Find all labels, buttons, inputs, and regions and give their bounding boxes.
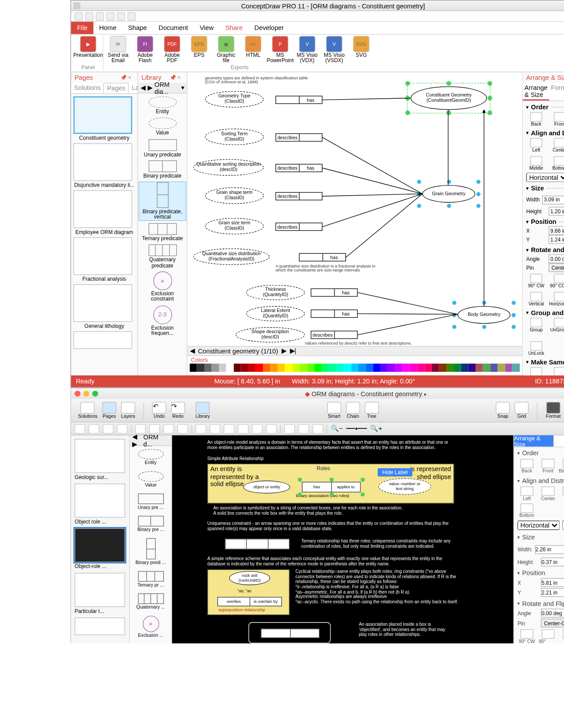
ent-shape-term[interactable]: Grain shape term (ClassID) (205, 187, 263, 204)
role-has[interactable]: has (311, 289, 358, 297)
page-thumb[interactable]: Disjunctive mandatory li... (74, 143, 135, 188)
tool-icon[interactable] (266, 424, 277, 433)
mlib-binary[interactable]: Binary pre ... (131, 516, 170, 532)
btn-tree[interactable]: Tree (362, 402, 381, 419)
input-y[interactable] (549, 235, 564, 244)
rp-tab-format[interactable]: Format (549, 83, 564, 100)
ent-thickness[interactable]: Thickness (QuantityID) (246, 285, 305, 301)
tool-icon[interactable] (210, 424, 220, 433)
mrt-format[interactable]: Format (554, 435, 564, 446)
adobe-pdf-button[interactable]: PDFAdobe PDF (160, 36, 185, 64)
input-height[interactable] (549, 207, 564, 215)
visio-vsdx-button[interactable]: VMS Visio (VSDX) (322, 36, 347, 64)
mlib-entity[interactable]: Entity (131, 449, 170, 465)
m-btn-front[interactable]: Front (538, 459, 557, 473)
tool-icon[interactable] (252, 424, 263, 433)
tool-icon[interactable] (238, 424, 249, 433)
tool-icon[interactable] (298, 424, 309, 433)
btn-same-size[interactable]: Size (526, 367, 546, 375)
qat-icon[interactable] (127, 12, 136, 20)
qat-undo-icon[interactable] (96, 12, 104, 20)
page-thumb[interactable]: Geologic sur... (74, 439, 126, 480)
btn-redo[interactable]: ↷Redo (169, 402, 188, 419)
tab-shape[interactable]: Shape (122, 22, 152, 34)
mlib-exclusion[interactable]: ×Exclusion ... (131, 616, 170, 638)
qat-redo-icon[interactable] (106, 12, 115, 20)
page-thumb[interactable] (74, 331, 135, 349)
close-icon[interactable]: × (178, 74, 183, 80)
mac-min[interactable] (83, 391, 89, 397)
page-thumb[interactable] (74, 617, 126, 635)
rp-tab-arrange[interactable]: Arrange & Size (523, 83, 549, 100)
hide-label-button[interactable]: Hide Label (378, 468, 412, 477)
btn-front[interactable]: Front (550, 112, 564, 127)
tab-solutions[interactable]: Solutions (71, 83, 104, 93)
library-selector[interactable]: ORM dia... (155, 81, 179, 95)
btn-solutions[interactable]: Solutions (76, 402, 100, 419)
ent-size-term[interactable]: Grain size term (ClassID) (205, 218, 263, 234)
visio-vdx-button[interactable]: VMS Visio (VDX) (295, 36, 319, 64)
adobe-flash-button[interactable]: FlAdobe Flash (133, 36, 157, 64)
lib-exclusion-freq[interactable]: 2-3Exclusion frequen... (139, 305, 186, 336)
btn-layers[interactable]: Layers (119, 402, 137, 419)
mlib-value[interactable]: Value (131, 471, 170, 487)
btn-group[interactable]: Group (526, 318, 546, 338)
btn-unlock[interactable]: UnLock (526, 341, 546, 356)
m-90ccw[interactable]: 90° CCW (538, 629, 557, 643)
role-desc-has[interactable]: describeshas (275, 164, 323, 172)
tool-icon[interactable] (135, 424, 146, 433)
mlib-unary[interactable]: Unary pre ... (131, 494, 170, 510)
tab-home[interactable]: Home (93, 22, 122, 34)
page-thumb[interactable]: Constituent geometry (74, 97, 135, 141)
tool-icon[interactable] (149, 424, 160, 433)
btn-snap[interactable]: Snap (494, 402, 512, 419)
send-email-button[interactable]: ✉Send via Email (106, 36, 130, 64)
btn-chain[interactable]: Chain (344, 402, 363, 419)
role-has[interactable]: has (275, 96, 323, 104)
qat-icon[interactable] (117, 12, 125, 20)
btn-ungroup[interactable]: UnGroup (550, 318, 564, 338)
tab-document[interactable]: Document (152, 22, 193, 34)
lib-binary-v[interactable]: Binary predicate, vertical (139, 182, 186, 220)
tool-icon[interactable] (89, 424, 99, 433)
btn-90ccw[interactable]: 90° CCW (550, 274, 564, 288)
btn-flip-v[interactable]: Vertical (526, 292, 546, 307)
m-input-height[interactable] (541, 557, 564, 566)
m-sel-vert[interactable]: Vertical (562, 520, 564, 530)
tool-icon[interactable] (74, 424, 85, 433)
page-thumb[interactable]: Fractional analysis (74, 238, 135, 282)
tab-file[interactable]: File (71, 22, 93, 34)
m-input-y[interactable] (541, 588, 564, 597)
role-describes[interactable]: describes (275, 223, 323, 231)
m-btn-backward[interactable]: Backward (560, 459, 564, 473)
mrt-arrange[interactable]: Arrange & Size (514, 435, 554, 446)
lib-entity[interactable]: Entity (139, 97, 186, 115)
btn-pages[interactable]: Pages (100, 402, 119, 419)
close-icon[interactable]: × (128, 74, 134, 80)
tool-icon[interactable] (103, 424, 113, 433)
btn-back[interactable]: Back (526, 112, 546, 127)
input-x[interactable] (549, 226, 564, 235)
btn-flip-h[interactable]: Horizontal (550, 292, 564, 307)
eps-button[interactable]: EPSEPS (187, 36, 212, 58)
tab-share[interactable]: Share (219, 22, 249, 34)
qat-icon[interactable] (74, 12, 83, 20)
pin-icon[interactable]: 📌 (120, 74, 126, 80)
mlib-quaternary[interactable]: Quaternary ... (131, 594, 170, 610)
tool-icon[interactable] (178, 424, 188, 433)
zoom-in-icon[interactable]: 🔍+ (370, 425, 382, 432)
btn-align-middle[interactable]: Middle (526, 156, 546, 171)
tab-pages[interactable]: Pages (104, 83, 129, 93)
m-90cw[interactable]: 90° CW (517, 629, 536, 643)
graphic-file-button[interactable]: ▣Graphic file (214, 36, 238, 64)
tool-icon[interactable] (117, 424, 127, 433)
page-thumb[interactable]: Particular l... (74, 573, 126, 614)
btn-align-left[interactable]: Left (526, 138, 546, 152)
mac-max[interactable] (92, 391, 98, 397)
mlib-binary-v[interactable]: Binary predi ... (131, 538, 170, 565)
btn-align-bottom[interactable]: Bottom (550, 156, 564, 171)
tool-icon[interactable] (284, 424, 295, 433)
m-input-angle[interactable] (541, 609, 564, 617)
lib-ternary[interactable]: Ternary predicate (139, 223, 186, 241)
btn-align-center[interactable]: Center (550, 138, 564, 152)
